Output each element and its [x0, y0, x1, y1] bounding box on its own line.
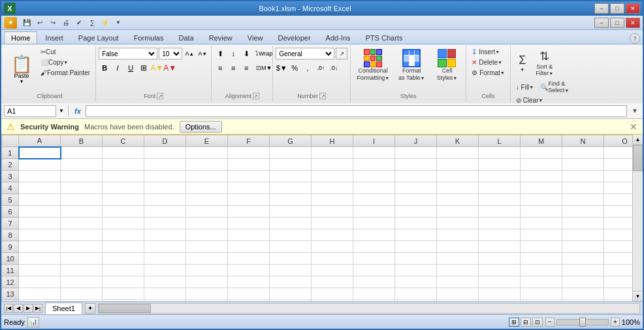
- cell-F1[interactable]: [228, 147, 270, 159]
- cell-C7[interactable]: [103, 218, 144, 229]
- cell-N11[interactable]: [562, 265, 604, 276]
- cell-M1[interactable]: [521, 147, 562, 159]
- cell-K2[interactable]: [437, 159, 479, 171]
- cell-L14[interactable]: [479, 300, 521, 302]
- cell-J12[interactable]: [395, 276, 437, 288]
- cell-D6[interactable]: [144, 206, 186, 218]
- page-break-view-button[interactable]: ⊡: [532, 318, 543, 327]
- font-size-select[interactable]: 10: [159, 48, 182, 59]
- cell-F14[interactable]: [228, 300, 270, 302]
- center-align-button[interactable]: ≡: [227, 62, 239, 74]
- cell-A7[interactable]: [19, 218, 61, 229]
- cell-K1[interactable]: [437, 147, 479, 159]
- name-box-dropdown[interactable]: ▼: [59, 108, 64, 114]
- cell-L9[interactable]: [479, 241, 521, 253]
- cell-A2[interactable]: [19, 159, 61, 171]
- cell-H1[interactable]: [312, 147, 353, 159]
- cell-E14[interactable]: [186, 300, 228, 302]
- cell-O6[interactable]: [604, 206, 633, 218]
- cell-C1[interactable]: [103, 147, 144, 159]
- cell-A5[interactable]: [19, 194, 61, 206]
- cell-E10[interactable]: [186, 253, 228, 265]
- cell-I13[interactable]: [353, 288, 395, 300]
- cell-L7[interactable]: [479, 218, 521, 229]
- italic-button[interactable]: I: [112, 62, 123, 74]
- cell-A13[interactable]: [19, 288, 61, 300]
- sheet-tab-1[interactable]: Sheet1: [45, 303, 82, 314]
- cell-E4[interactable]: [186, 182, 228, 194]
- paste-button[interactable]: 📋 Paste ▼: [7, 47, 37, 91]
- cell-K14[interactable]: [437, 300, 479, 302]
- cell-I11[interactable]: [353, 265, 395, 276]
- cell-C3[interactable]: [103, 171, 144, 182]
- vertical-scrollbar[interactable]: ▲ ▼: [632, 135, 643, 301]
- cell-G5[interactable]: [270, 194, 312, 206]
- cell-M12[interactable]: [521, 276, 562, 288]
- help-button[interactable]: ?: [630, 33, 640, 44]
- formula-bar-expand[interactable]: ▼: [630, 106, 640, 116]
- cell-N2[interactable]: [562, 159, 604, 171]
- cell-H13[interactable]: [312, 288, 353, 300]
- redo-qat-button[interactable]: ↪: [47, 17, 59, 29]
- cell-F12[interactable]: [228, 276, 270, 288]
- paste-dropdown[interactable]: ▼: [20, 79, 24, 84]
- cell-C13[interactable]: [103, 288, 144, 300]
- cell-O2[interactable]: [604, 159, 633, 171]
- cell-L11[interactable]: [479, 265, 521, 276]
- zoom-out-button[interactable]: −: [545, 318, 555, 327]
- cell-E12[interactable]: [186, 276, 228, 288]
- number-format-expand[interactable]: ↗: [336, 48, 347, 59]
- cell-J9[interactable]: [395, 241, 437, 253]
- cell-F6[interactable]: [228, 206, 270, 218]
- cell-I3[interactable]: [353, 171, 395, 182]
- cell-A1[interactable]: [19, 147, 61, 159]
- cell-K7[interactable]: [437, 218, 479, 229]
- cell-A8[interactable]: [19, 229, 61, 241]
- cell-D11[interactable]: [144, 265, 186, 276]
- cell-O7[interactable]: [604, 218, 633, 229]
- cell-C2[interactable]: [103, 159, 144, 171]
- cell-F10[interactable]: [228, 253, 270, 265]
- security-options-button[interactable]: Options...: [180, 121, 222, 133]
- number-group-expand[interactable]: ↗: [319, 93, 326, 99]
- cell-G9[interactable]: [270, 241, 312, 253]
- print-qat-button[interactable]: 🖨: [60, 17, 72, 29]
- cell-F9[interactable]: [228, 241, 270, 253]
- bot-align-button[interactable]: ⬇: [240, 48, 252, 59]
- cell-B13[interactable]: [61, 288, 103, 300]
- delete-dropdown[interactable]: ▼: [498, 60, 502, 65]
- cell-M4[interactable]: [521, 182, 562, 194]
- cell-A11[interactable]: [19, 265, 61, 276]
- minimize-button[interactable]: −: [594, 3, 609, 14]
- currency-button[interactable]: $▼: [276, 62, 287, 74]
- cell-L13[interactable]: [479, 288, 521, 300]
- cell-O13[interactable]: [604, 288, 633, 300]
- cell-B3[interactable]: [61, 171, 103, 182]
- cell-B8[interactable]: [61, 229, 103, 241]
- cell-A14[interactable]: [19, 300, 61, 302]
- cell-D12[interactable]: [144, 276, 186, 288]
- cell-N8[interactable]: [562, 229, 604, 241]
- macro-qat-button[interactable]: ⚡: [99, 17, 111, 29]
- insert-function-button[interactable]: fx: [72, 106, 83, 116]
- cell-J13[interactable]: [395, 288, 437, 300]
- cell-K11[interactable]: [437, 265, 479, 276]
- cell-O14[interactable]: [604, 300, 633, 302]
- cell-O12[interactable]: [604, 276, 633, 288]
- inner-restore-button[interactable]: □: [610, 18, 624, 28]
- cell-I6[interactable]: [353, 206, 395, 218]
- cell-J6[interactable]: [395, 206, 437, 218]
- format-cells-button[interactable]: ⚙ Format▼: [469, 68, 507, 78]
- cell-L1[interactable]: [479, 147, 521, 159]
- maximize-button[interactable]: □: [610, 3, 624, 14]
- cell-H5[interactable]: [312, 194, 353, 206]
- format-table-button[interactable]: Formatas Table▼: [395, 47, 428, 84]
- tab-developer[interactable]: Developer: [270, 31, 317, 44]
- cell-A4[interactable]: [19, 182, 61, 194]
- merge-button[interactable]: ⊡M▼: [258, 62, 270, 74]
- cell-H6[interactable]: [312, 206, 353, 218]
- zoom-thumb[interactable]: [579, 318, 586, 327]
- cell-M10[interactable]: [521, 253, 562, 265]
- cell-I10[interactable]: [353, 253, 395, 265]
- cut-button[interactable]: ✂ Cut: [38, 47, 93, 57]
